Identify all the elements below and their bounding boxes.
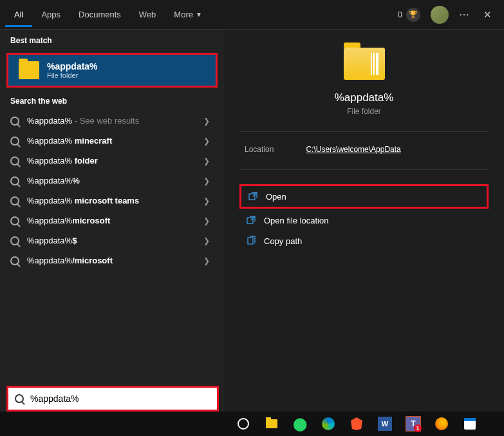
firefox-icon bbox=[435, 417, 448, 430]
chevron-right-icon: ❯ bbox=[203, 236, 210, 245]
copy-icon bbox=[246, 236, 256, 246]
svg-rect-1 bbox=[247, 218, 253, 223]
chevron-right-icon: ❯ bbox=[203, 117, 210, 126]
close-button[interactable]: ✕ bbox=[481, 8, 494, 21]
taskbar-brave[interactable] bbox=[344, 412, 369, 436]
header-bar: All Apps Documents Web More ▼ 0 🏆 ⋯ ✕ bbox=[0, 0, 504, 30]
web-result[interactable]: %appdata% folder ❯ bbox=[0, 151, 224, 171]
search-icon bbox=[10, 236, 19, 245]
detail-title: %appdata% bbox=[335, 91, 394, 104]
rewards-indicator[interactable]: 0 🏆 bbox=[398, 8, 420, 22]
search-web-heading: Search the web bbox=[0, 90, 224, 111]
web-result[interactable]: %appdata% minecraft ❯ bbox=[0, 131, 224, 151]
user-avatar[interactable] bbox=[431, 6, 449, 24]
filter-tabs: All Apps Documents Web More ▼ bbox=[5, 2, 211, 27]
file-explorer-icon bbox=[266, 419, 277, 428]
chevron-right-icon: ❯ bbox=[203, 176, 210, 185]
search-icon bbox=[15, 394, 24, 403]
tab-apps[interactable]: Apps bbox=[32, 2, 70, 27]
folder-icon bbox=[344, 48, 385, 80]
search-icon bbox=[10, 137, 19, 146]
search-bar-container bbox=[6, 386, 219, 412]
action-open-file-location[interactable]: Open file location bbox=[239, 210, 489, 231]
whatsapp-icon: ⬤ bbox=[293, 416, 307, 431]
detail-panel: %appdata% File folder Location C:\Users\… bbox=[224, 30, 504, 436]
chevron-right-icon: ❯ bbox=[203, 156, 210, 166]
svg-rect-0 bbox=[249, 194, 255, 200]
search-icon bbox=[10, 216, 19, 225]
search-icon bbox=[10, 117, 19, 126]
open-icon bbox=[248, 191, 258, 202]
results-panel: Best match %appdata% File folder Search … bbox=[0, 30, 224, 436]
search-input[interactable] bbox=[30, 393, 210, 404]
cortana-icon bbox=[238, 418, 249, 430]
action-copy-path[interactable]: Copy path bbox=[239, 231, 489, 251]
chevron-right-icon: ❯ bbox=[203, 196, 210, 205]
open-icon bbox=[246, 215, 256, 225]
more-options-button[interactable]: ⋯ bbox=[459, 8, 471, 21]
chevron-right-icon: ❯ bbox=[203, 256, 210, 265]
location-link[interactable]: C:\Users\welcome\AppData bbox=[306, 145, 400, 154]
taskbar: ⬤ W T bbox=[0, 412, 504, 436]
tab-documents[interactable]: Documents bbox=[70, 2, 130, 27]
tab-more[interactable]: More ▼ bbox=[165, 2, 211, 27]
web-result[interactable]: %appdata% microsoft teams ❯ bbox=[0, 191, 224, 211]
web-result[interactable]: %appdata%% ❯ bbox=[0, 171, 224, 191]
web-result[interactable]: %appdata% - See web results ❯ bbox=[0, 111, 224, 131]
trophy-icon: 🏆 bbox=[406, 8, 420, 22]
folder-icon bbox=[19, 61, 39, 79]
web-result[interactable]: %appdata%microsoft ❯ bbox=[0, 211, 224, 231]
brave-icon bbox=[351, 417, 362, 430]
web-result[interactable]: %appdata%$ ❯ bbox=[0, 231, 224, 251]
tab-web[interactable]: Web bbox=[130, 2, 165, 27]
taskbar-word[interactable]: W bbox=[372, 412, 398, 436]
tab-all[interactable]: All bbox=[5, 2, 32, 27]
search-icon bbox=[10, 196, 19, 205]
chevron-right-icon: ❯ bbox=[203, 137, 210, 146]
taskbar-teams[interactable]: T bbox=[400, 412, 426, 436]
calendar-icon bbox=[464, 418, 476, 430]
taskbar-cortana[interactable] bbox=[230, 412, 256, 436]
search-icon bbox=[10, 256, 19, 265]
edge-icon bbox=[322, 417, 335, 430]
teams-icon: T bbox=[406, 416, 421, 431]
detail-subtitle: File folder bbox=[347, 107, 381, 116]
word-icon: W bbox=[378, 417, 392, 431]
taskbar-calendar[interactable] bbox=[457, 412, 483, 436]
taskbar-whatsapp[interactable]: ⬤ bbox=[287, 412, 313, 436]
best-match-title: %appdata% bbox=[47, 61, 98, 71]
best-match-heading: Best match bbox=[0, 30, 224, 50]
taskbar-firefox[interactable] bbox=[429, 412, 454, 436]
location-label: Location bbox=[245, 145, 274, 154]
web-result[interactable]: %appdata%/microsoft ❯ bbox=[0, 251, 224, 270]
action-open[interactable]: Open bbox=[239, 184, 489, 209]
search-icon bbox=[10, 156, 19, 166]
best-match-subtitle: File folder bbox=[47, 71, 98, 79]
chevron-down-icon: ▼ bbox=[196, 11, 202, 18]
best-match-result[interactable]: %appdata% File folder bbox=[6, 53, 218, 88]
taskbar-edge[interactable] bbox=[315, 412, 341, 436]
svg-rect-2 bbox=[248, 238, 253, 244]
taskbar-file-explorer[interactable] bbox=[259, 412, 285, 436]
chevron-right-icon: ❯ bbox=[203, 216, 210, 225]
search-icon bbox=[10, 176, 19, 185]
